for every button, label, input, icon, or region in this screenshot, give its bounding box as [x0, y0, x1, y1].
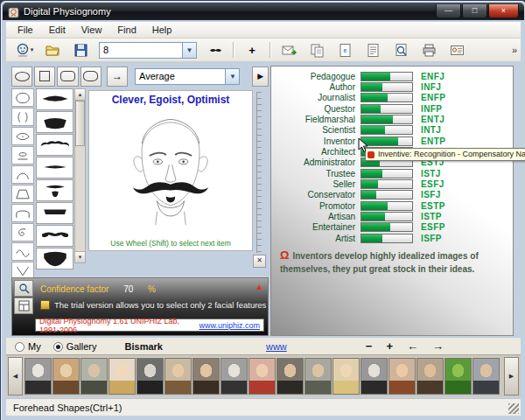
photo-thumbnail[interactable] — [416, 358, 444, 395]
facial-hair-walrus[interactable] — [36, 111, 74, 133]
forehead-shape-oval[interactable] — [11, 88, 34, 107]
photo-thumbnail[interactable] — [164, 358, 192, 395]
personality-row[interactable]: Seller ESFJ — [271, 178, 513, 189]
personality-row[interactable]: Inventor ENTP — [271, 136, 513, 146]
photo-thumbnail[interactable] — [360, 358, 388, 395]
copy-portrait-button[interactable] — [304, 39, 330, 60]
photo-thumbnail[interactable] — [24, 358, 52, 395]
personality-row[interactable]: Trustee ISTJ — [271, 168, 513, 178]
combo-dropdown-icon[interactable]: ▼ — [182, 43, 196, 58]
personality-row[interactable]: Conservator ISFJ — [271, 190, 513, 200]
photo-thumbnail[interactable] — [220, 358, 248, 395]
save-html-button[interactable]: e — [332, 39, 358, 60]
gallery-radio[interactable] — [53, 342, 63, 352]
contour-squircle-button[interactable] — [80, 66, 102, 87]
next-item-button[interactable]: → — [107, 66, 128, 87]
website-link[interactable]: www.uniphiz.com — [199, 321, 260, 330]
forehead-shape-curl[interactable] — [11, 223, 34, 242]
prev-portrait-button[interactable]: ← — [407, 340, 418, 353]
print-button[interactable] — [416, 39, 442, 60]
layout-button[interactable] — [14, 298, 33, 314]
print-preview-button[interactable] — [388, 39, 414, 60]
collapse-panel-icon[interactable]: ▲ — [254, 281, 265, 292]
my-radio-label[interactable]: My — [28, 341, 41, 352]
mustache-tool-button[interactable] — [202, 39, 228, 60]
photo-thumbnail[interactable] — [332, 358, 360, 395]
forehead-shape-small-oval[interactable] — [11, 146, 34, 164]
pencil-size-combo[interactable]: 8 ▼ — [99, 42, 197, 59]
photo-thumbnail[interactable] — [472, 358, 500, 395]
zoom-button[interactable] — [14, 280, 33, 297]
photo-thumbnail[interactable] — [304, 358, 332, 395]
photo-thumbnail[interactable] — [444, 358, 472, 395]
email-button[interactable] — [276, 39, 302, 60]
personality-row[interactable]: Author INFJ — [271, 81, 513, 92]
forehead-shape-lens[interactable] — [11, 127, 34, 145]
facial-hair-chevron[interactable] — [36, 88, 74, 110]
facial-hair-goatee[interactable] — [36, 179, 74, 201]
scroll-down-icon[interactable]: ▼ — [75, 251, 85, 262]
menu-find[interactable]: Find — [109, 23, 144, 37]
personality-row[interactable]: Pedagogue ENFJ — [271, 71, 513, 81]
id-card-button[interactable] — [444, 39, 470, 60]
close-button[interactable]: × — [488, 4, 519, 18]
maximize-button[interactable]: □ — [462, 4, 487, 18]
resize-grip[interactable] — [508, 403, 519, 414]
menu-file[interactable]: File — [10, 23, 41, 37]
forehead-shape-waves[interactable] — [11, 242, 34, 261]
titlebar[interactable]: Digital Physiognomy — □ × — [3, 3, 524, 20]
scroll-up-icon[interactable]: ▲ — [75, 89, 85, 101]
facial-hair-flat[interactable] — [36, 202, 74, 224]
personality-row[interactable]: Questor INFP — [271, 103, 513, 114]
facial-hair-curled[interactable] — [36, 225, 74, 247]
facial-hair-scrollbar[interactable]: ▲ ▼ — [74, 88, 86, 263]
photo-thumbnail[interactable] — [388, 358, 416, 395]
save-text-button[interactable] — [360, 39, 386, 60]
zoom-out-button[interactable]: − — [366, 340, 373, 353]
photo-thumbnail[interactable] — [108, 358, 136, 395]
strip-scroll-left-button[interactable]: ◀ — [8, 357, 23, 396]
forehead-shape-arch[interactable] — [11, 165, 34, 184]
photo-thumbnail[interactable] — [192, 358, 220, 395]
personality-row[interactable]: Fieldmarshal ENTJ — [271, 114, 513, 124]
gallery-radio-label[interactable]: Gallery — [66, 341, 97, 352]
photo-thumbnail[interactable] — [80, 358, 108, 395]
contour-oval-button[interactable] — [11, 66, 32, 87]
menu-view[interactable]: View — [74, 23, 110, 37]
facial-hair-pencil[interactable] — [36, 157, 74, 178]
facial-hair-handlebar[interactable] — [36, 134, 74, 156]
identikit-tool-button[interactable]: ▾ — [11, 39, 38, 60]
portrait-panel[interactable]: Clever, Egoist, Optimist Use Wheel (Shif… — [88, 90, 253, 251]
toolbar-overflow-button[interactable]: » — [512, 45, 517, 55]
personality-row[interactable]: Artist ISFP — [271, 233, 513, 243]
feature-size-slider[interactable] — [256, 92, 265, 253]
my-radio[interactable] — [15, 342, 24, 352]
zoom-in-button[interactable]: + — [386, 340, 393, 353]
photo-thumbnail[interactable] — [52, 358, 80, 395]
person-www-link[interactable]: www — [266, 341, 287, 352]
personality-row[interactable]: Journalist ENFP — [271, 93, 513, 103]
remove-feature-button[interactable]: ✕ — [253, 255, 266, 268]
personality-row[interactable]: Promotor ESTP — [271, 200, 513, 211]
menu-edit[interactable]: Edit — [41, 23, 74, 37]
contour-rounded-button[interactable] — [57, 66, 78, 87]
personality-row[interactable]: Scientist INTJ — [271, 125, 513, 136]
contour-square-button[interactable] — [34, 66, 55, 87]
add-feature-button[interactable]: + — [239, 39, 265, 60]
forehead-shape-curves[interactable] — [11, 108, 34, 126]
photo-thumbnail[interactable] — [276, 358, 304, 395]
personality-row[interactable]: Entertainer ESFP — [271, 222, 513, 233]
combo-dropdown-icon[interactable]: ▼ — [225, 69, 239, 84]
menu-help[interactable]: Help — [144, 23, 180, 37]
personality-row[interactable]: Artisan ISTP — [271, 211, 513, 221]
open-button[interactable] — [39, 39, 66, 60]
facial-hair-beard[interactable] — [36, 248, 74, 270]
scrollbar-thumb[interactable] — [75, 101, 85, 146]
strip-scroll-right-button[interactable]: ▶ — [504, 357, 519, 396]
forehead-shape-trapezoid[interactable] — [11, 185, 34, 203]
photo-thumbnail[interactable] — [136, 358, 164, 395]
next-portrait-button[interactable]: → — [432, 340, 444, 353]
photo-thumbnail[interactable] — [248, 358, 276, 395]
animate-button[interactable]: ▶ — [252, 66, 269, 87]
style-combo[interactable]: Average ▼ — [135, 68, 240, 85]
